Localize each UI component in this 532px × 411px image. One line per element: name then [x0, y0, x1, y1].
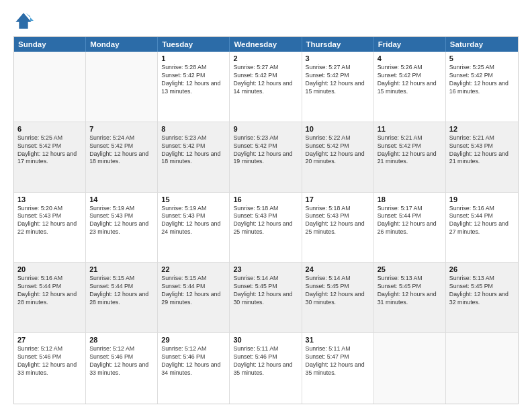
day-number: 10: [306, 125, 370, 133]
day-number: 1: [161, 54, 226, 62]
day-number: 18: [378, 195, 442, 203]
day-number: 5: [449, 54, 515, 62]
calendar-cell: 20Sunrise: 5:16 AMSunset: 5:44 PMDayligh…: [14, 263, 86, 332]
day-number: 28: [89, 336, 154, 344]
day-number: 14: [89, 195, 154, 203]
day-info: Sunrise: 5:19 AMSunset: 5:43 PMDaylight:…: [89, 205, 154, 237]
header-cell-tuesday: Tuesday: [158, 37, 230, 52]
day-number: 2: [233, 54, 298, 62]
day-info: Sunrise: 5:23 AMSunset: 5:42 PMDaylight:…: [233, 134, 298, 167]
day-info: Sunrise: 5:18 AMSunset: 5:43 PMDaylight:…: [233, 205, 298, 237]
day-info: Sunrise: 5:11 AMSunset: 5:47 PMDaylight:…: [306, 345, 370, 377]
day-info: Sunrise: 5:12 AMSunset: 5:46 PMDaylight:…: [17, 345, 82, 377]
day-number: 29: [161, 336, 226, 344]
calendar-cell: 11Sunrise: 5:21 AMSunset: 5:42 PMDayligh…: [374, 122, 446, 192]
day-info: Sunrise: 5:16 AMSunset: 5:44 PMDaylight:…: [17, 275, 82, 307]
calendar-cell: 22Sunrise: 5:15 AMSunset: 5:44 PMDayligh…: [158, 263, 230, 332]
day-info: Sunrise: 5:22 AMSunset: 5:42 PMDaylight:…: [306, 134, 370, 167]
day-number: 24: [306, 265, 370, 273]
day-number: 22: [161, 265, 226, 273]
day-info: Sunrise: 5:13 AMSunset: 5:45 PMDaylight:…: [378, 275, 442, 307]
calendar-cell: 18Sunrise: 5:17 AMSunset: 5:44 PMDayligh…: [374, 193, 446, 263]
calendar-cell: 23Sunrise: 5:14 AMSunset: 5:45 PMDayligh…: [230, 263, 302, 332]
calendar-cell: 12Sunrise: 5:21 AMSunset: 5:43 PMDayligh…: [446, 122, 518, 192]
day-number: 25: [378, 265, 442, 273]
day-info: Sunrise: 5:21 AMSunset: 5:43 PMDaylight:…: [449, 134, 515, 167]
calendar-row: 6Sunrise: 5:25 AMSunset: 5:42 PMDaylight…: [14, 122, 518, 193]
day-number: 23: [233, 265, 298, 273]
header-cell-sunday: Sunday: [14, 37, 86, 52]
calendar-cell: 19Sunrise: 5:16 AMSunset: 5:44 PMDayligh…: [446, 193, 518, 263]
day-info: Sunrise: 5:17 AMSunset: 5:44 PMDaylight:…: [378, 205, 442, 237]
page: SundayMondayTuesdayWednesdayThursdayFrid…: [0, 0, 532, 411]
calendar-cell: 31Sunrise: 5:11 AMSunset: 5:47 PMDayligh…: [302, 333, 374, 404]
day-info: Sunrise: 5:24 AMSunset: 5:42 PMDaylight:…: [89, 134, 154, 167]
day-info: Sunrise: 5:18 AMSunset: 5:43 PMDaylight:…: [306, 205, 370, 237]
day-number: 20: [17, 265, 82, 273]
calendar-cell: 3Sunrise: 5:27 AMSunset: 5:42 PMDaylight…: [302, 52, 374, 122]
day-number: 6: [17, 125, 82, 133]
svg-marker-0: [15, 13, 31, 28]
calendar-cell: 14Sunrise: 5:19 AMSunset: 5:43 PMDayligh…: [86, 193, 158, 263]
calendar-cell: 7Sunrise: 5:24 AMSunset: 5:42 PMDaylight…: [86, 122, 158, 192]
calendar-row: 1Sunrise: 5:28 AMSunset: 5:42 PMDaylight…: [14, 52, 518, 122]
calendar-cell: 16Sunrise: 5:18 AMSunset: 5:43 PMDayligh…: [230, 193, 302, 263]
day-info: Sunrise: 5:20 AMSunset: 5:43 PMDaylight:…: [17, 205, 82, 237]
day-number: 15: [161, 195, 226, 203]
calendar-cell: 29Sunrise: 5:12 AMSunset: 5:46 PMDayligh…: [158, 333, 230, 404]
day-info: Sunrise: 5:28 AMSunset: 5:42 PMDaylight:…: [161, 64, 226, 96]
calendar-cell: 30Sunrise: 5:11 AMSunset: 5:46 PMDayligh…: [230, 333, 302, 404]
day-info: Sunrise: 5:15 AMSunset: 5:44 PMDaylight:…: [89, 275, 154, 307]
day-info: Sunrise: 5:27 AMSunset: 5:42 PMDaylight:…: [233, 64, 298, 96]
calendar-row: 13Sunrise: 5:20 AMSunset: 5:43 PMDayligh…: [14, 193, 518, 263]
day-info: Sunrise: 5:21 AMSunset: 5:42 PMDaylight:…: [378, 134, 442, 167]
calendar-cell: [446, 333, 518, 404]
calendar-row: 20Sunrise: 5:16 AMSunset: 5:44 PMDayligh…: [14, 263, 518, 333]
day-number: 19: [449, 195, 515, 203]
day-number: 9: [233, 125, 298, 133]
day-number: 11: [378, 125, 442, 133]
calendar-cell: 4Sunrise: 5:26 AMSunset: 5:42 PMDaylight…: [374, 52, 446, 122]
calendar-cell: 17Sunrise: 5:18 AMSunset: 5:43 PMDayligh…: [302, 193, 374, 263]
calendar-cell: 15Sunrise: 5:19 AMSunset: 5:43 PMDayligh…: [158, 193, 230, 263]
day-info: Sunrise: 5:12 AMSunset: 5:46 PMDaylight:…: [89, 345, 154, 377]
day-info: Sunrise: 5:23 AMSunset: 5:42 PMDaylight:…: [161, 134, 226, 167]
day-info: Sunrise: 5:13 AMSunset: 5:45 PMDaylight:…: [449, 275, 515, 307]
day-info: Sunrise: 5:19 AMSunset: 5:43 PMDaylight:…: [161, 205, 226, 237]
day-number: 26: [449, 265, 515, 273]
day-number: 27: [17, 336, 82, 344]
header-cell-friday: Friday: [374, 37, 446, 52]
day-number: 30: [233, 336, 298, 344]
day-number: 16: [233, 195, 298, 203]
calendar-cell: [14, 52, 86, 122]
day-number: 31: [306, 336, 370, 344]
calendar-cell: 28Sunrise: 5:12 AMSunset: 5:46 PMDayligh…: [86, 333, 158, 404]
header-cell-thursday: Thursday: [302, 37, 374, 52]
day-info: Sunrise: 5:25 AMSunset: 5:42 PMDaylight:…: [17, 134, 82, 167]
day-number: 3: [306, 54, 370, 62]
day-info: Sunrise: 5:27 AMSunset: 5:42 PMDaylight:…: [306, 64, 370, 96]
day-number: 21: [89, 265, 154, 273]
calendar: SundayMondayTuesdayWednesdayThursdayFrid…: [13, 36, 519, 404]
calendar-cell: 24Sunrise: 5:14 AMSunset: 5:45 PMDayligh…: [302, 263, 374, 332]
day-info: Sunrise: 5:26 AMSunset: 5:42 PMDaylight:…: [378, 64, 442, 96]
day-info: Sunrise: 5:14 AMSunset: 5:45 PMDaylight:…: [306, 275, 370, 307]
calendar-cell: 8Sunrise: 5:23 AMSunset: 5:42 PMDaylight…: [158, 122, 230, 192]
header-cell-wednesday: Wednesday: [230, 37, 302, 52]
calendar-header: SundayMondayTuesdayWednesdayThursdayFrid…: [14, 37, 518, 52]
day-info: Sunrise: 5:25 AMSunset: 5:42 PMDaylight:…: [449, 64, 515, 96]
day-info: Sunrise: 5:12 AMSunset: 5:46 PMDaylight:…: [161, 345, 226, 377]
calendar-cell: 10Sunrise: 5:22 AMSunset: 5:42 PMDayligh…: [302, 122, 374, 192]
header-cell-saturday: Saturday: [446, 37, 518, 52]
header: [13, 11, 519, 31]
logo: [13, 11, 36, 31]
calendar-row: 27Sunrise: 5:12 AMSunset: 5:46 PMDayligh…: [14, 333, 518, 404]
day-number: 4: [378, 54, 442, 62]
calendar-cell: [374, 333, 446, 404]
day-number: 17: [306, 195, 370, 203]
day-info: Sunrise: 5:11 AMSunset: 5:46 PMDaylight:…: [233, 345, 298, 377]
calendar-body: 1Sunrise: 5:28 AMSunset: 5:42 PMDaylight…: [14, 52, 518, 404]
calendar-cell: 27Sunrise: 5:12 AMSunset: 5:46 PMDayligh…: [14, 333, 86, 404]
day-number: 8: [161, 125, 226, 133]
day-number: 13: [17, 195, 82, 203]
